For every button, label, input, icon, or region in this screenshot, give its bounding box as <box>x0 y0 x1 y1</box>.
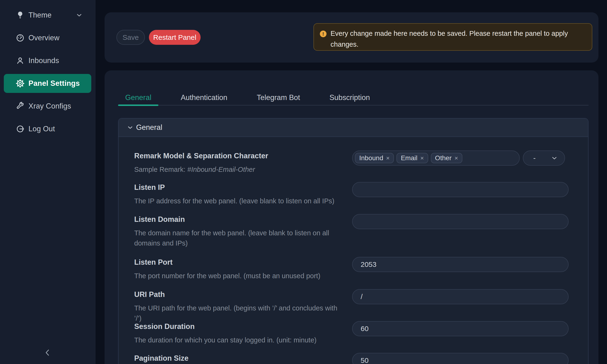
remark-model-multiselect[interactable]: Inbound× Email× Other× <box>352 151 520 166</box>
save-button[interactable]: Save <box>117 30 145 45</box>
form-row-listen-port: Listen Port The port number for the web … <box>134 257 588 272</box>
tab-general[interactable]: General <box>118 90 158 105</box>
field-description: The domain name for the web panel. (leav… <box>134 228 343 248</box>
separator-select[interactable]: - <box>523 151 565 166</box>
session-duration-input[interactable] <box>352 321 568 336</box>
wrench-icon <box>16 102 25 111</box>
field-description: The URI path for the web panel. (begins … <box>134 303 343 324</box>
chevron-down-icon <box>127 124 134 131</box>
sidebar-item-label: Inbounds <box>28 56 59 65</box>
field-label: URI Path <box>134 290 343 299</box>
sidebar-item-label: Log Out <box>28 125 55 133</box>
gear-icon <box>16 79 25 88</box>
form-row-pagination-size: Pagination Size <box>134 353 588 364</box>
section-title: General <box>136 123 162 132</box>
field-description: The port number for the web panel. (must… <box>134 271 343 281</box>
sidebar-item-label: Panel Settings <box>28 79 80 88</box>
tab-subscription[interactable]: Subscription <box>322 90 377 105</box>
warning-icon: ! <box>320 31 327 37</box>
sidebar-item-panel-settings[interactable]: Panel Settings <box>4 74 91 93</box>
sidebar-item-inbounds[interactable]: Inbounds <box>4 51 91 70</box>
field-label: Remark Model & Separation Character <box>134 152 343 160</box>
tag-other: Other× <box>431 153 462 163</box>
general-form: Remark Model & Separation Character Samp… <box>119 137 588 364</box>
chevron-down-icon <box>551 155 558 162</box>
settings-card: General Authentication Telegram Bot Subs… <box>105 70 598 364</box>
uri-path-input[interactable] <box>352 289 568 304</box>
form-row-remark-model: Remark Model & Separation Character Samp… <box>134 151 588 166</box>
sidebar: Theme Overview <box>0 0 95 364</box>
field-label: Listen Port <box>134 258 343 267</box>
chevron-down-icon <box>76 12 83 19</box>
sidebar-item-xray-configs[interactable]: Xray Configs <box>4 97 91 116</box>
toolbar-card: Save Restart Panel ! Every change made h… <box>105 12 598 63</box>
restart-panel-button[interactable]: Restart Panel <box>149 30 201 45</box>
sidebar-collapse-button[interactable] <box>42 347 53 358</box>
form-row-listen-ip: Listen IP The IP address for the web pan… <box>134 182 588 197</box>
separator-value: - <box>533 154 536 162</box>
form-row-listen-domain: Listen Domain The domain name for the we… <box>134 214 588 229</box>
restart-warning-alert: ! Every change made here needs to be sav… <box>314 23 592 51</box>
sidebar-item-label: Overview <box>28 34 60 42</box>
form-row-uri-path: URI Path The URI path for the web panel.… <box>134 289 588 304</box>
field-description: Sample Remark: #Inbound-Email-Other <box>134 165 343 175</box>
form-row-session-duration: Session Duration The duration for which … <box>134 321 588 336</box>
sidebar-item-label: Xray Configs <box>28 102 71 110</box>
field-label: Pagination Size <box>134 354 343 363</box>
tab-telegram-bot[interactable]: Telegram Bot <box>250 90 307 105</box>
field-label: Listen IP <box>134 183 343 192</box>
field-label: Session Duration <box>134 322 343 331</box>
settings-tabs: General Authentication Telegram Bot Subs… <box>118 90 589 105</box>
tag-email: Email× <box>396 153 428 163</box>
person-icon <box>16 56 25 65</box>
bulb-icon <box>16 11 25 20</box>
sidebar-item-theme[interactable]: Theme <box>4 6 91 25</box>
tag-inbound: Inbound× <box>355 153 394 163</box>
gauge-icon <box>16 33 25 42</box>
general-collapse-header[interactable]: General <box>119 118 588 137</box>
tag-remove-icon[interactable]: × <box>386 155 390 161</box>
alert-message: Every change made here needs to be saved… <box>330 28 577 50</box>
listen-port-input[interactable] <box>352 257 568 272</box>
sample-remark: #Inbound-Email-Other <box>187 166 255 173</box>
general-collapse-panel: General Remark Model & Separation Charac… <box>118 118 589 364</box>
pagination-size-input[interactable] <box>352 353 568 364</box>
sidebar-item-overview[interactable]: Overview <box>4 28 91 47</box>
field-label: Listen Domain <box>134 215 343 224</box>
panel-settings-screen: Theme Overview <box>0 0 607 364</box>
sidebar-item-log-out[interactable]: Log Out <box>4 119 91 138</box>
sidebar-item-label: Theme <box>28 11 52 19</box>
field-description: The IP address for the web panel. (leave… <box>134 196 343 206</box>
listen-ip-input[interactable] <box>352 182 568 197</box>
logout-icon <box>16 124 25 133</box>
tag-remove-icon[interactable]: × <box>420 155 424 161</box>
listen-domain-input[interactable] <box>352 214 568 229</box>
tab-authentication[interactable]: Authentication <box>173 90 234 105</box>
field-description: The duration for which you can stay logg… <box>134 335 343 345</box>
tag-remove-icon[interactable]: × <box>455 155 458 161</box>
